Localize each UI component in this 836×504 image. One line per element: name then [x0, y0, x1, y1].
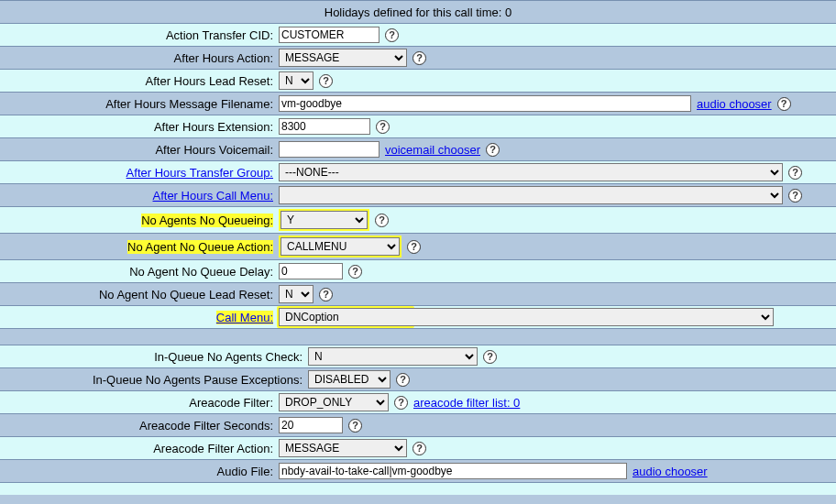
row-inqueue-no-agents-check: In-Queue No Agents Check: N ? — [0, 345, 836, 367]
label-after-hours-lead-reset: After Hours Lead Reset: — [4, 74, 279, 88]
help-icon[interactable]: ? — [777, 97, 791, 111]
row-no-agent-no-q-lead-reset: No Agent No Queue Lead Reset: N ? — [0, 282, 836, 305]
select-no-agent-no-q-lead-reset[interactable]: N — [279, 285, 314, 303]
row-call-menu: Call Menu: DNCoption — [0, 305, 836, 328]
row-after-hours-ext: After Hours Extension: ? — [0, 115, 836, 137]
row-no-agent-no-q-action: No Agent No Queue Action: CALLMENU ? — [0, 233, 836, 259]
row-no-agents-no-q: No Agents No Queueing: Y ? — [0, 206, 836, 233]
row-after-hours-msg-filename: After Hours Message Filename: audio choo… — [0, 92, 836, 115]
input-after-hours-vm[interactable] — [279, 141, 380, 158]
label-no-agent-no-q-delay: No Agent No Queue Delay: — [4, 265, 279, 279]
row-audio-file: Audio File: audio chooser — [0, 459, 836, 482]
help-icon[interactable]: ? — [483, 350, 497, 364]
label-link-after-hours-call-menu[interactable]: After Hours Call Menu: — [153, 189, 274, 203]
help-icon[interactable]: ? — [348, 419, 362, 433]
link-audio-chooser[interactable]: audio chooser — [632, 465, 708, 478]
row-inqueue-no-agents-pause-ex: In-Queue No Agents Pause Exceptions: DIS… — [0, 367, 836, 390]
row-after-hours-vm: After Hours Voicemail: voicemail chooser… — [0, 137, 836, 160]
label-no-agent-no-q-lead-reset: No Agent No Queue Lead Reset: — [4, 288, 279, 301]
select-after-hours-call-menu[interactable] — [279, 186, 783, 204]
select-inqueue-no-agents-pause-ex[interactable]: DISABLED — [308, 370, 390, 389]
select-after-hours-action[interactable]: MESSAGE — [279, 49, 407, 67]
row-holidays: Holidays defined for this call time: 0 — [0, 0, 836, 23]
link-audio-chooser[interactable]: audio chooser — [697, 97, 772, 111]
input-action-transfer-cid[interactable] — [279, 27, 380, 43]
link-voicemail-chooser[interactable]: voicemail chooser — [385, 143, 480, 157]
label-areacode-filter: Areacode Filter: — [4, 396, 279, 410]
label-link-after-hours-transfer-group[interactable]: After Hours Transfer Group: — [126, 166, 273, 180]
label-inqueue-no-agents-check: In-Queue No Agents Check: — [4, 350, 308, 364]
label-audio-file: Audio File: — [4, 465, 279, 478]
label-inqueue-no-agents-pause-ex: In-Queue No Agents Pause Exceptions: — [4, 373, 308, 387]
label-after-hours-msg-filename: After Hours Message Filename: — [4, 97, 279, 111]
row-after-hours-call-menu: After Hours Call Menu: ? — [0, 183, 836, 206]
help-icon[interactable]: ? — [407, 240, 421, 254]
select-after-hours-lead-reset[interactable]: N — [279, 71, 314, 90]
select-no-agents-no-q[interactable]: Y — [280, 211, 368, 229]
select-no-agent-no-q-action[interactable]: CALLMENU — [280, 237, 400, 256]
help-icon[interactable]: ? — [375, 214, 389, 227]
label-link-call-menu[interactable]: Call Menu: — [216, 311, 273, 324]
input-no-agent-no-q-delay[interactable] — [279, 263, 343, 279]
help-icon[interactable]: ? — [396, 373, 410, 387]
select-areacode-filter-action[interactable]: MESSAGE — [279, 439, 407, 457]
row-bottom-partial — [0, 482, 836, 495]
row-areacode-filter-action: Areacode Filter Action: MESSAGE ? — [0, 436, 836, 459]
row-action-transfer-cid: Action Transfer CID: ? — [0, 23, 836, 46]
row-after-hours-action: After Hours Action: MESSAGE ? — [0, 46, 836, 69]
input-audio-file[interactable] — [279, 463, 627, 479]
input-after-hours-ext[interactable] — [279, 118, 370, 135]
help-icon[interactable]: ? — [319, 74, 333, 88]
select-after-hours-transfer-group[interactable]: ---NONE--- — [279, 163, 783, 181]
help-icon[interactable]: ? — [348, 265, 362, 279]
help-icon[interactable]: ? — [412, 442, 426, 455]
label-areacode-filter-sec: Areacode Filter Seconds: — [4, 419, 279, 433]
label-no-agent-no-q-action: No Agent No Queue Action: — [127, 240, 273, 254]
select-call-menu[interactable]: DNCoption — [279, 308, 774, 326]
row-areacode-filter-sec: Areacode Filter Seconds: ? — [0, 413, 836, 436]
help-icon[interactable]: ? — [385, 28, 399, 42]
help-icon[interactable]: ? — [376, 120, 390, 134]
help-icon[interactable]: ? — [486, 143, 500, 157]
row-spacer — [0, 328, 836, 345]
select-inqueue-no-agents-check[interactable]: N — [308, 347, 478, 366]
label-after-hours-action: After Hours Action: — [4, 51, 279, 65]
select-areacode-filter[interactable]: DROP_ONLY — [279, 393, 389, 411]
help-icon[interactable]: ? — [394, 396, 408, 410]
row-after-hours-lead-reset: After Hours Lead Reset: N ? — [0, 69, 836, 92]
link-areacode-filter-list[interactable]: areacode filter list: 0 — [413, 396, 520, 410]
help-icon[interactable]: ? — [788, 189, 802, 203]
label-after-hours-ext: After Hours Extension: — [4, 120, 279, 134]
help-icon[interactable]: ? — [319, 288, 333, 301]
help-icon[interactable]: ? — [412, 51, 426, 65]
label-areacode-filter-action: Areacode Filter Action: — [4, 442, 279, 455]
help-icon[interactable]: ? — [788, 166, 802, 180]
input-after-hours-msg-filename[interactable] — [279, 95, 691, 112]
row-areacode-filter: Areacode Filter: DROP_ONLY ? areacode fi… — [0, 390, 836, 413]
input-areacode-filter-sec[interactable] — [279, 417, 343, 433]
label-no-agents-no-q: No Agents No Queueing: — [141, 214, 273, 227]
label-after-hours-vm: After Hours Voicemail: — [4, 143, 279, 157]
row-after-hours-transfer-group: After Hours Transfer Group: ---NONE--- ? — [0, 160, 836, 183]
holidays-text: Holidays defined for this call time: 0 — [4, 5, 832, 19]
label-action-transfer-cid: Action Transfer CID: — [4, 28, 279, 42]
row-no-agent-no-q-delay: No Agent No Queue Delay: ? — [0, 259, 836, 282]
